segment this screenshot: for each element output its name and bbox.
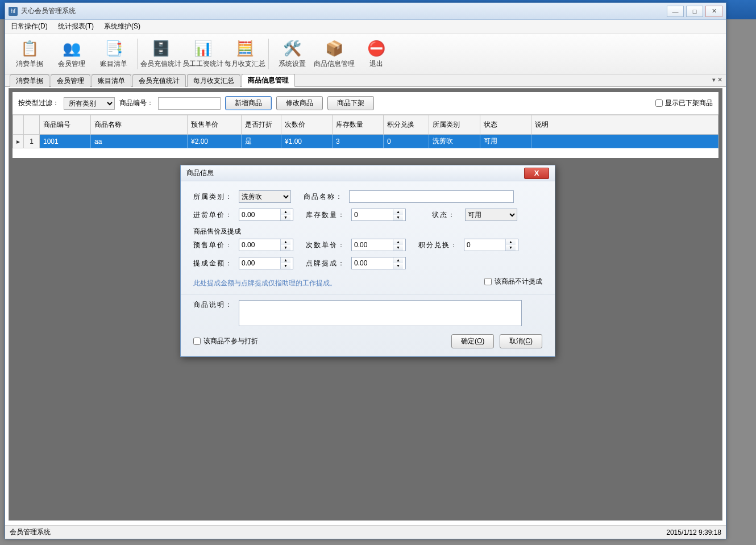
col-cat: 所属类别 [429, 115, 480, 135]
no-discount-checkbox[interactable]: 该商品不参与打折 [193, 336, 258, 346]
tool-exit[interactable]: ⛔退出 [355, 36, 397, 72]
desc-label: 商品说明： [193, 300, 234, 310]
main-window: hf 天心会员管理系统 — □ ✕ 日常操作(D) 统计报表(T) 系统维护(S… [5, 2, 726, 539]
exit-icon: ⛔ [367, 39, 386, 58]
cancel-button[interactable]: 取消(C) [500, 334, 542, 348]
status-time: 2015/1/12 9:39:18 [666, 529, 721, 536]
window-title: 天心会员管理系统 [21, 6, 667, 16]
tab-member[interactable]: 会员管理 [51, 74, 90, 87]
col-desc: 说明 [531, 115, 718, 135]
tool-settings[interactable]: 🛠️系统设置 [271, 36, 313, 72]
maximize-button[interactable]: □ [686, 6, 703, 17]
offshelf-button[interactable]: 商品下架 [327, 96, 374, 110]
goods-name-label: 商品名称： [304, 192, 344, 202]
stock-spinner[interactable]: ▲▼ [351, 209, 406, 221]
col-code: 商品编号 [40, 115, 91, 135]
tab-recharge[interactable]: 会员充值统计 [132, 74, 186, 87]
menu-daily[interactable]: 日常操作(D) [11, 22, 48, 31]
tab-consume[interactable]: 消费单据 [10, 74, 49, 87]
ok-button[interactable]: 确定(O) [451, 334, 494, 348]
filter-type-select[interactable]: 所有类别 [64, 97, 115, 110]
timesprice-spinner[interactable]: ▲▼ [351, 239, 406, 251]
database-plus-icon: 🗄️ [151, 39, 171, 58]
document-tabs: 消费单据 会员管理 账目清单 会员充值统计 每月收支汇总 商品信息管理 ▾ ✕ [5, 74, 726, 87]
status-label: 状态： [432, 210, 460, 220]
tab-ledger[interactable]: 账目清单 [92, 74, 131, 87]
no-commission-checkbox[interactable]: 该商品不计提成 [484, 277, 542, 286]
goods-name-input[interactable] [349, 190, 514, 203]
preprice-spinner[interactable]: ▲▼ [239, 239, 293, 251]
exchange-label: 积分兑换： [418, 240, 459, 250]
pie-icon: 🧮 [235, 39, 255, 58]
col-tprice: 次数价 [281, 115, 333, 135]
dialog-close-button[interactable]: X [524, 168, 549, 179]
edit-goods-button[interactable]: 修改商品 [276, 96, 323, 110]
chart-icon: 📊 [193, 39, 213, 58]
commission-note: 此处提成金额与点牌提成仅指助理的工作提成。 [193, 278, 337, 288]
col-stock: 库存数量 [333, 115, 384, 135]
desc-textarea[interactable] [239, 300, 522, 326]
filter-type-label: 按类型过滤： [18, 98, 59, 108]
filter-bar: 按类型过滤： 所有类别 商品编号： 新增商品 修改商品 商品下架 显示已下架商品 [13, 92, 718, 115]
tool-consume[interactable]: 📋消费单据 [9, 36, 51, 72]
timesprice-label: 次数单价： [306, 240, 347, 250]
category-label: 所属类别： [193, 192, 234, 202]
tool-salary[interactable]: 📊员工工资统计 [182, 36, 224, 72]
tabs-actions[interactable]: ▾ ✕ [712, 76, 722, 84]
tab-monthly[interactable]: 每月收支汇总 [187, 74, 240, 87]
preprice-label: 预售单价： [193, 240, 234, 250]
grid-header-row: 商品编号 商品名称 预售单价 是否打折 次数价 库存数量 积分兑换 所属类别 状… [13, 115, 718, 135]
people-icon: 👥 [62, 39, 81, 58]
stock-label: 库存数量： [306, 210, 347, 220]
tab-goods[interactable]: 商品信息管理 [242, 74, 295, 87]
list-icon: 📑 [104, 39, 123, 58]
tool-goods[interactable]: 📦商品信息管理 [313, 36, 355, 72]
col-discount: 是否打折 [242, 115, 281, 135]
tool-ledger[interactable]: 📑账目清单 [93, 36, 135, 72]
show-off-checkbox[interactable]: 显示已下架商品 [655, 98, 713, 108]
titlebar: hf 天心会员管理系统 — □ ✕ [5, 3, 726, 20]
close-button[interactable]: ✕ [705, 6, 722, 17]
inprice-label: 进货单价： [193, 210, 234, 220]
menu-report[interactable]: 统计报表(T) [58, 22, 94, 31]
table-row[interactable]: ▸ 1 1001 aa ¥2.00 是 ¥1.00 3 0 洗剪吹 可用 [13, 135, 718, 148]
minimize-button[interactable]: — [667, 6, 684, 17]
col-price: 预售单价 [188, 115, 242, 135]
menu-maint[interactable]: 系统维护(S) [104, 22, 140, 31]
col-exchange: 积分兑换 [384, 115, 429, 135]
menubar: 日常操作(D) 统计报表(T) 系统维护(S) [5, 20, 726, 34]
col-status: 状态 [480, 115, 531, 135]
exchange-spinner[interactable]: ▲▼ [464, 239, 518, 251]
status-text: 会员管理系统 [10, 527, 51, 537]
status-bar: 会员管理系统 2015/1/12 9:39:18 [5, 525, 726, 539]
toolbar: 📋消费单据 👥会员管理 📑账目清单 🗄️会员充值统计 📊员工工资统计 🧮每月收支… [5, 34, 726, 74]
status-select[interactable]: 可用 [465, 209, 517, 221]
tool-recharge[interactable]: 🗄️会员充值统计 [140, 36, 182, 72]
dialog-titlebar[interactable]: 商品信息 X [181, 165, 555, 181]
section-pricing: 商品售价及提成 [193, 227, 542, 236]
bonus-label: 提成金额： [193, 259, 234, 268]
goods-info-dialog: 商品信息 X 所属类别： 洗剪吹 商品名称： 进货单价： ▲▼ 库存数量： ▲▼… [180, 165, 555, 357]
tools-icon: 🛠️ [283, 39, 302, 58]
cardbonus-spinner[interactable]: ▲▼ [351, 257, 406, 269]
bonus-spinner[interactable]: ▲▼ [239, 257, 293, 269]
filter-code-label: 商品编号： [119, 98, 153, 108]
cardbonus-label: 点牌提成： [306, 259, 347, 268]
inprice-spinner[interactable]: ▲▼ [239, 209, 293, 221]
app-logo-icon: hf [9, 7, 18, 16]
grid-icon: 📦 [325, 39, 344, 58]
col-name: 商品名称 [91, 115, 188, 135]
tool-member[interactable]: 👥会员管理 [51, 36, 93, 72]
tool-monthly[interactable]: 🧮每月收支汇总 [224, 36, 266, 72]
category-select[interactable]: 洗剪吹 [239, 190, 291, 203]
filter-code-input[interactable] [158, 97, 221, 110]
add-goods-button[interactable]: 新增商品 [225, 96, 272, 110]
dialog-title: 商品信息 [186, 168, 214, 178]
clipboard-icon: 📋 [20, 39, 39, 58]
